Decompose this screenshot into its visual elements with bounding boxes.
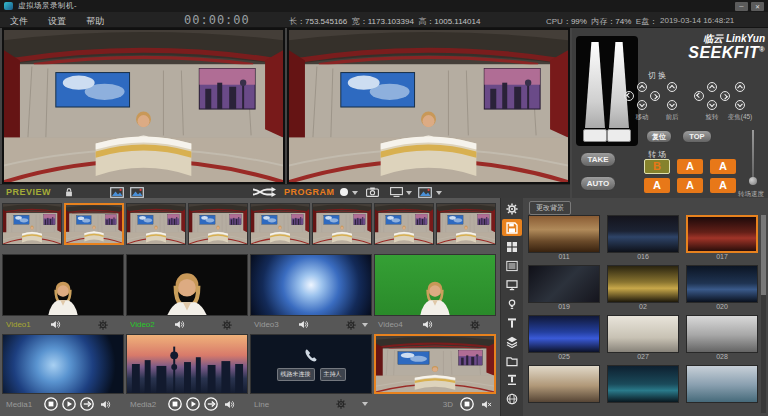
speaker-icon[interactable] bbox=[174, 320, 185, 329]
scene-thumb[interactable] bbox=[607, 365, 679, 413]
transition-a-button[interactable]: A bbox=[644, 178, 670, 193]
gear-icon[interactable] bbox=[470, 320, 480, 330]
scene-thumb[interactable]: 011 bbox=[528, 215, 600, 263]
monitor-icon[interactable] bbox=[502, 276, 522, 293]
record-icon[interactable] bbox=[340, 188, 348, 196]
shot-thumb[interactable] bbox=[436, 203, 496, 245]
top-button[interactable]: TOP bbox=[682, 130, 712, 143]
output-display-icon[interactable] bbox=[390, 187, 403, 197]
change-background-tab[interactable]: 更改背景 bbox=[529, 201, 571, 215]
scene-thumb[interactable]: 027 bbox=[607, 315, 679, 363]
video1-thumb[interactable] bbox=[2, 254, 124, 316]
rotate-right-button[interactable] bbox=[720, 91, 730, 101]
line-status-chip[interactable]: 线路未连接 bbox=[277, 368, 315, 381]
move-left-button[interactable] bbox=[624, 91, 634, 101]
scene-thumb-selected[interactable]: 017 bbox=[686, 215, 758, 263]
stop-button[interactable] bbox=[44, 397, 58, 411]
zoom-in-button[interactable] bbox=[735, 82, 745, 92]
speaker-icon[interactable] bbox=[298, 320, 309, 329]
reset-button[interactable]: 复位 bbox=[646, 130, 672, 143]
layout-grid-icon[interactable] bbox=[502, 238, 522, 255]
video4-thumb[interactable] bbox=[374, 254, 496, 316]
image-caret-icon[interactable] bbox=[436, 191, 442, 195]
media1-thumb[interactable] bbox=[2, 334, 124, 394]
forward-button[interactable] bbox=[667, 82, 677, 92]
settings-gear-icon[interactable] bbox=[502, 200, 522, 217]
t-bar-blade-left[interactable] bbox=[585, 42, 605, 128]
shot-thumb[interactable] bbox=[374, 203, 434, 245]
next-button[interactable] bbox=[80, 397, 94, 411]
layers-icon[interactable] bbox=[502, 333, 522, 350]
stop-button[interactable] bbox=[168, 397, 182, 411]
media-3d-thumb[interactable] bbox=[374, 334, 496, 394]
gear-icon[interactable] bbox=[222, 320, 232, 330]
title-text-icon[interactable] bbox=[502, 314, 522, 331]
subtitle-icon[interactable] bbox=[502, 371, 522, 388]
minimize-button[interactable]: ─ bbox=[735, 2, 748, 11]
scene-thumb[interactable]: 025 bbox=[528, 315, 600, 363]
t-bar-handle-right[interactable] bbox=[607, 129, 631, 142]
menu-file[interactable]: 文件 bbox=[10, 15, 28, 28]
video2-thumb[interactable] bbox=[126, 254, 248, 316]
background-image-icon[interactable] bbox=[418, 187, 432, 198]
network-globe-icon[interactable] bbox=[502, 390, 522, 407]
image-overlay-2-icon[interactable] bbox=[130, 187, 144, 198]
t-bar-handle-left[interactable] bbox=[583, 129, 607, 142]
move-down-button[interactable] bbox=[637, 100, 647, 110]
gear-icon[interactable] bbox=[336, 399, 346, 409]
lock-icon[interactable] bbox=[64, 187, 74, 197]
snapshot-camera-icon[interactable] bbox=[366, 187, 379, 197]
speaker-icon[interactable] bbox=[422, 320, 433, 329]
shot-thumb-selected[interactable] bbox=[64, 203, 124, 245]
slider-thumb[interactable] bbox=[749, 177, 757, 185]
move-up-button[interactable] bbox=[637, 82, 647, 92]
shot-thumb[interactable] bbox=[2, 203, 62, 245]
program-monitor[interactable] bbox=[287, 28, 570, 184]
playlist-icon[interactable] bbox=[502, 257, 522, 274]
record-caret-icon[interactable] bbox=[352, 191, 358, 195]
lighting-icon[interactable] bbox=[502, 295, 522, 312]
shot-thumb[interactable] bbox=[312, 203, 372, 245]
line-caller-chip[interactable]: 主持人 bbox=[320, 368, 346, 381]
preview-monitor[interactable] bbox=[2, 28, 285, 184]
speaker-icon[interactable] bbox=[100, 400, 111, 409]
media2-thumb[interactable] bbox=[126, 334, 248, 394]
swap-preview-program-icon[interactable] bbox=[250, 186, 278, 198]
speaker-icon[interactable] bbox=[50, 320, 61, 329]
scene-thumb[interactable]: 019 bbox=[528, 265, 600, 313]
transition-a-button[interactable]: A bbox=[677, 178, 703, 193]
shot-thumb[interactable] bbox=[188, 203, 248, 245]
transition-b-button[interactable]: B bbox=[644, 159, 670, 174]
auto-button[interactable]: AUTO bbox=[580, 176, 616, 191]
gear-icon[interactable] bbox=[346, 320, 356, 330]
line-thumb[interactable]: 线路未连接 主持人 bbox=[250, 334, 372, 394]
display-caret-icon[interactable] bbox=[406, 191, 412, 195]
transition-a-button[interactable]: A bbox=[677, 159, 703, 174]
close-button[interactable]: ✕ bbox=[751, 2, 764, 11]
gear-caret-icon[interactable] bbox=[362, 323, 368, 327]
play-button[interactable] bbox=[186, 397, 200, 411]
scene-thumb[interactable]: 028 bbox=[686, 315, 758, 363]
speaker-icon[interactable] bbox=[224, 400, 235, 409]
transition-a-button[interactable]: A bbox=[710, 159, 736, 174]
take-button[interactable]: TAKE bbox=[580, 152, 616, 167]
scene-thumb[interactable]: 020 bbox=[686, 265, 758, 313]
menu-help[interactable]: 帮助 bbox=[86, 15, 104, 28]
stop-button[interactable] bbox=[460, 397, 474, 411]
gear-caret-icon[interactable] bbox=[362, 402, 368, 406]
scene-thumb[interactable]: 02 bbox=[607, 265, 679, 313]
folder-icon[interactable] bbox=[502, 352, 522, 369]
gear-icon[interactable] bbox=[98, 320, 108, 330]
shot-thumb[interactable] bbox=[126, 203, 186, 245]
scene-scrollbar[interactable] bbox=[761, 215, 766, 413]
shot-thumb[interactable] bbox=[250, 203, 310, 245]
transition-speed-slider[interactable] bbox=[748, 130, 758, 188]
scene-thumb[interactable]: 016 bbox=[607, 215, 679, 263]
scrollbar-thumb[interactable] bbox=[761, 215, 766, 295]
menu-settings[interactable]: 设置 bbox=[48, 15, 66, 28]
save-icon[interactable] bbox=[502, 219, 522, 236]
play-button[interactable] bbox=[62, 397, 76, 411]
scene-thumb[interactable] bbox=[686, 365, 758, 413]
image-overlay-icon[interactable] bbox=[110, 187, 124, 198]
video3-thumb[interactable] bbox=[250, 254, 372, 316]
